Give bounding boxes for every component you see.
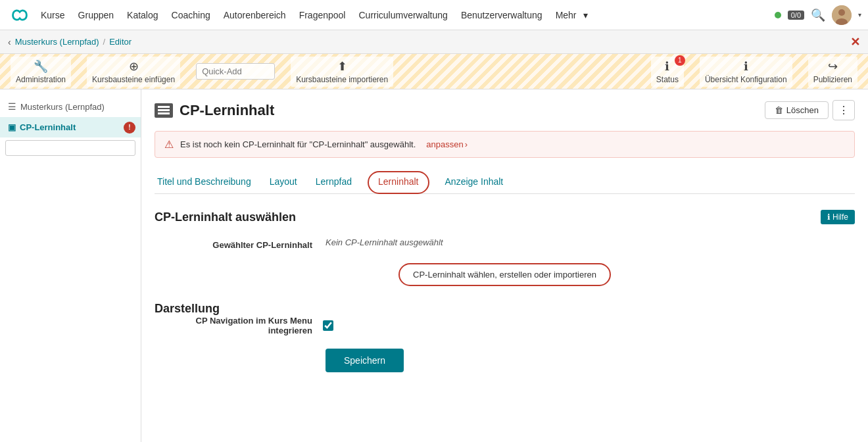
breadcrumb-parent[interactable]: Musterkurs (Lernpfad) (15, 37, 99, 47)
status-icon: ℹ (665, 59, 669, 74)
breadcrumb-bar: ‹ Musterkurs (Lernpfad) / Editor ✕ (0, 30, 868, 54)
content-header: CP-Lerninhalt 🗑 Löschen ⋮ (155, 100, 855, 120)
import-button[interactable]: ⬆ Kursbausteine importieren (291, 57, 393, 87)
profile-caret-icon[interactable]: ▾ (858, 11, 861, 18)
svg-point-1 (838, 9, 845, 16)
tab-anzeige-inhalt[interactable]: Anzeige Inhalt (443, 171, 506, 193)
sidebar-item-cp-lerninhalt[interactable]: ▣ CP-Lerninhalt ! (0, 117, 141, 137)
delete-button[interactable]: 🗑 Löschen (765, 101, 829, 119)
nav-autorenbereich[interactable]: Autorenbereich (218, 7, 291, 23)
main-container: ☰ Musterkurs (Lernpfad) ▣ CP-Lerninhalt … (0, 89, 868, 442)
admin-label: Administration (16, 75, 66, 84)
lernpfad-icon: ☰ (8, 101, 16, 112)
nav-mehr-label[interactable]: Mehr (550, 7, 582, 23)
tab-titel-beschreibung[interactable]: Titel und Beschreibung (155, 171, 254, 193)
back-arrow-icon[interactable]: ‹ (8, 37, 11, 47)
status-label: Status (656, 75, 679, 84)
info-icon: ℹ (827, 212, 831, 222)
nav-gruppen[interactable]: Gruppen (73, 7, 119, 23)
sidebar: ☰ Musterkurs (Lernpfad) ▣ CP-Lerninhalt … (0, 89, 141, 442)
toolbar: 🔧 Administration ⊕ Kursbausteine einfüge… (0, 54, 868, 89)
publish-button[interactable]: ↪ Publizieren (808, 57, 857, 87)
score-badge: 0/0 (788, 11, 804, 20)
page-title: CP-Lerninhalt (180, 102, 274, 119)
sidebar-lernpfad-label: Musterkurs (Lernpfad) (20, 102, 105, 112)
import-label: Kursbausteine importieren (296, 75, 388, 84)
overview-label: Übersicht Konfiguration (705, 75, 787, 84)
check-row: CP Navigation im Kurs Menu integrieren (155, 316, 855, 335)
breadcrumb-separator: / (103, 37, 106, 47)
tab-lerninhalt[interactable]: Lerninhalt (368, 171, 429, 194)
sidebar-badge: ! (124, 122, 135, 134)
section-title: CP-Lerninhalt auswählen (155, 210, 296, 224)
sidebar-search-input[interactable] (5, 140, 135, 156)
chevron-down-icon: ▾ (583, 10, 588, 20)
alert-icon: ⚠ (164, 138, 174, 151)
insert-label: Kursbausteine einfügen (92, 75, 175, 84)
cp-field-label: Gewählter CP-Lerninhalt (181, 237, 312, 250)
cp-field-value: Kein CP-Lerninhalt ausgewählt (326, 237, 443, 247)
sidebar-item-lernpfad[interactable]: ☰ Musterkurs (Lernpfad) (0, 96, 141, 117)
svg-rect-3 (158, 106, 170, 108)
admin-button[interactable]: 🔧 Administration (11, 57, 71, 87)
tab-layout[interactable]: Layout (267, 171, 300, 193)
tabs: Titel und Beschreibung Layout Lernpfad L… (155, 171, 855, 194)
form-row-cp: Gewählter CP-Lerninhalt Kein CP-Lerninha… (155, 237, 855, 250)
nav-benutzerverwaltung[interactable]: Benutzerverwaltung (456, 7, 548, 23)
content-title: CP-Lerninhalt (155, 102, 274, 119)
cp-icon: ▣ (8, 122, 16, 132)
plus-circle-icon: ⊕ (129, 59, 139, 74)
save-button[interactable]: Speichern (326, 349, 404, 372)
more-options-button[interactable]: ⋮ (832, 100, 855, 120)
wrench-icon: 🔧 (34, 59, 48, 74)
sidebar-active-label: CP-Lerninhalt (20, 122, 76, 132)
online-status-icon (775, 12, 781, 18)
alert-warning: ⚠ Es ist noch kein CP-Lerninhalt für "CP… (155, 131, 855, 158)
save-button-container: Speichern (155, 349, 855, 372)
svg-rect-5 (158, 112, 170, 114)
overview-button[interactable]: ℹ Übersicht Konfiguration (700, 57, 792, 87)
darstellung-title: Darstellung (155, 302, 220, 315)
trash-icon: 🗑 (775, 105, 783, 115)
alert-text: Es ist noch kein CP-Lerninhalt für "CP-L… (180, 139, 416, 149)
tab-lernpfad[interactable]: Lernpfad (313, 171, 354, 193)
publish-icon: ↪ (828, 59, 838, 74)
delete-label: Löschen (786, 105, 819, 115)
publish-label: Publizieren (813, 75, 852, 84)
cp-nav-checkbox[interactable] (323, 320, 333, 331)
block-icon-svg (158, 106, 170, 115)
breadcrumb-current: Editor (109, 37, 132, 47)
nav-fragenpool[interactable]: Fragenpool (294, 7, 351, 23)
content-area: CP-Lerninhalt 🗑 Löschen ⋮ ⚠ Es ist noch … (141, 89, 868, 442)
alert-link[interactable]: anpassen › (426, 139, 468, 149)
svg-rect-4 (158, 109, 170, 111)
overview-icon: ℹ (744, 59, 748, 74)
nav-coaching[interactable]: Coaching (166, 7, 216, 23)
logo-icon[interactable] (7, 7, 33, 24)
header-actions: 🗑 Löschen ⋮ (765, 100, 855, 120)
chevron-right-icon: › (465, 139, 468, 149)
avatar[interactable] (832, 5, 852, 25)
top-nav: Kurse Gruppen Katalog Coaching Autorenbe… (0, 0, 868, 30)
choose-cp-button[interactable]: CP-Lerninhalt wählen, erstellen oder imp… (398, 263, 611, 286)
darstellung-section: Darstellung CP Navigation im Kurs Menu i… (155, 302, 855, 335)
alert-link-label[interactable]: anpassen (426, 139, 463, 149)
nav-right: 0/0 🔍 ▾ (775, 5, 861, 25)
close-icon[interactable]: ✕ (850, 35, 860, 49)
status-badge: 1 (675, 55, 685, 66)
nav-mehr[interactable]: Mehr ▾ (550, 7, 588, 23)
cp-nav-label: CP Navigation im Kurs Menu integrieren (181, 316, 312, 335)
quickadd-input[interactable] (196, 63, 275, 80)
sidebar-search (0, 137, 141, 159)
insert-button[interactable]: ⊕ Kursbausteine einfügen (87, 57, 180, 87)
choose-button-container: CP-Lerninhalt wählen, erstellen oder imp… (155, 263, 855, 286)
nav-katalog[interactable]: Katalog (122, 7, 163, 23)
section-header: CP-Lerninhalt auswählen ℹ Hilfe (155, 210, 855, 224)
hilfe-button[interactable]: ℹ Hilfe (821, 210, 855, 224)
cp-block-icon (155, 103, 173, 118)
nav-kurse[interactable]: Kurse (36, 7, 70, 23)
search-button[interactable]: 🔍 (811, 8, 825, 22)
nav-curriculumverwaltung[interactable]: Curriculumverwaltung (353, 7, 452, 23)
hilfe-label: Hilfe (832, 212, 848, 222)
upload-icon: ⬆ (337, 59, 347, 74)
